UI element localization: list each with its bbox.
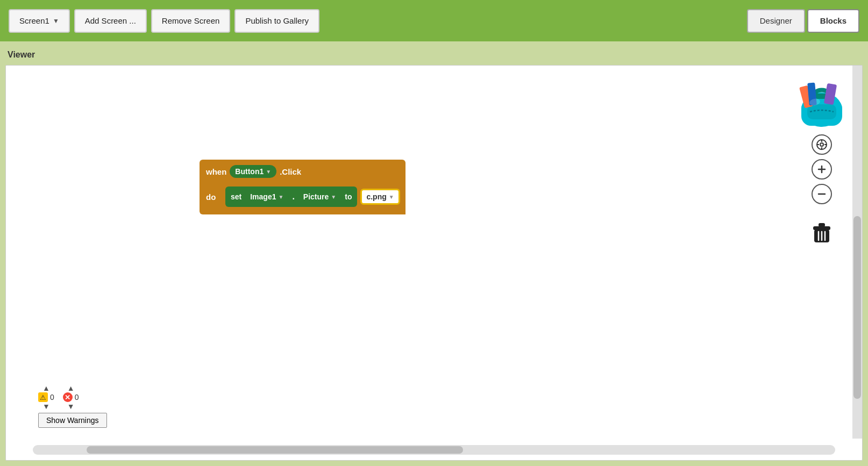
image1-dropdown-icon: ▼ <box>278 194 283 200</box>
toolbar: Screen1 ▼ Add Screen ... Remove Screen P… <box>0 0 868 41</box>
warning-icon: ⚠ <box>38 392 48 402</box>
value-pill[interactable]: c.png ▼ <box>360 189 400 205</box>
target-icon <box>816 139 828 150</box>
dot-separator: . <box>292 192 294 202</box>
button1-dropdown-icon: ▼ <box>266 169 271 175</box>
block-area: when Button1 ▼ .Click do set Image1 ▼ . <box>200 160 405 214</box>
scrollbar-track <box>852 66 862 439</box>
chevron-down-icon[interactable]: ▼ <box>41 403 52 410</box>
error-icon: ✕ <box>63 392 73 402</box>
set-label: set <box>231 192 241 201</box>
bottom-scrollbar-thumb[interactable] <box>87 446 463 454</box>
do-label: do <box>206 192 222 202</box>
backpack-icon <box>792 71 851 130</box>
set-group: set Image1 ▼ . Picture ▼ to <box>225 187 357 207</box>
picture-dropdown-icon: ▼ <box>331 194 336 200</box>
bottom-scrollbar-track <box>33 445 835 455</box>
svg-rect-18 <box>819 223 825 227</box>
to-label: to <box>345 192 352 201</box>
warning-icon-row: ⚠ 0 <box>38 392 54 402</box>
remove-screen-button[interactable]: Remove Screen <box>151 9 231 33</box>
error-icon-row: ✕ 0 <box>63 392 79 402</box>
view-tabs: Designer Blocks <box>747 9 859 33</box>
error-count: 0 <box>75 393 79 402</box>
zoom-in-button[interactable] <box>812 159 832 180</box>
warning-item: ▲ ⚠ 0 ▼ <box>38 385 54 410</box>
screen1-label: Screen1 <box>19 16 49 25</box>
error-chevron-down-icon[interactable]: ▼ <box>66 403 76 410</box>
plus-icon <box>816 164 827 175</box>
zoom-out-button[interactable] <box>812 184 832 204</box>
add-screen-button[interactable]: Add Screen ... <box>74 9 147 33</box>
when-label: when <box>206 167 226 176</box>
publish-gallery-button[interactable]: Publish to Gallery <box>234 9 319 33</box>
delete-button[interactable] <box>812 219 832 246</box>
center-view-button[interactable] <box>812 134 832 155</box>
button1-pill[interactable]: Button1 ▼ <box>230 165 276 178</box>
blocks-tab[interactable]: Blocks <box>807 9 859 33</box>
svg-rect-17 <box>813 226 830 230</box>
designer-tab[interactable]: Designer <box>747 9 805 33</box>
do-block: do set Image1 ▼ . Picture ▼ to c.png <box>200 183 405 214</box>
screen1-button[interactable]: Screen1 ▼ <box>9 9 70 33</box>
error-chevron-up-icon[interactable]: ▲ <box>66 385 76 391</box>
scrollbar-thumb[interactable] <box>853 216 861 399</box>
viewer-canvas: when Button1 ▼ .Click do set Image1 ▼ . <box>5 65 863 461</box>
trash-icon <box>813 222 830 243</box>
value-dropdown-icon: ▼ <box>389 194 394 200</box>
click-label: .Click <box>280 167 301 176</box>
show-warnings-button[interactable]: Show Warnings <box>38 413 107 428</box>
warnings-area: ▲ ⚠ 0 ▼ ▲ ✕ 0 ▼ Show <box>38 385 107 428</box>
right-icons-panel <box>792 71 851 246</box>
chevron-down-icon: ▼ <box>53 17 59 25</box>
main-area: Viewer when Button1 ▼ .Click do set Imag… <box>0 41 868 466</box>
warning-count: 0 <box>50 393 54 402</box>
svg-point-9 <box>820 143 823 146</box>
viewer-section-label: Viewer <box>5 47 863 65</box>
picture-pill[interactable]: Picture ▼ <box>298 190 341 203</box>
chevron-up-icon[interactable]: ▲ <box>41 385 52 391</box>
when-block: when Button1 ▼ .Click <box>200 160 405 183</box>
minus-icon <box>816 189 827 199</box>
image1-pill[interactable]: Image1 ▼ <box>245 190 289 203</box>
warning-row: ▲ ⚠ 0 ▼ ▲ ✕ 0 ▼ <box>38 385 107 410</box>
error-item: ▲ ✕ 0 ▼ <box>63 385 79 410</box>
